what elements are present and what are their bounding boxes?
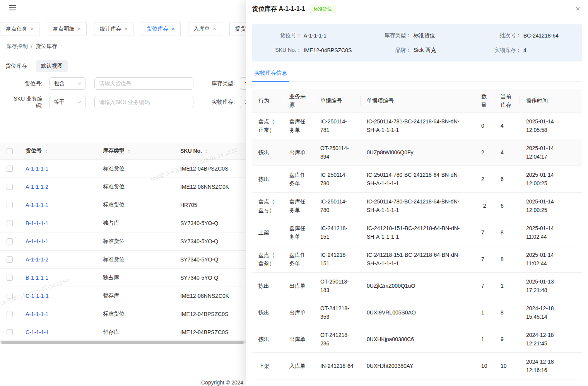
source-cell: 盘库任务单 [283,193,314,219]
doc-no-cell: OT-241218-353 [314,299,361,326]
close-icon[interactable]: ✕ [574,4,582,14]
source-cell: 出库单 [283,139,314,166]
sku-cell: IME12-04BPSZC0S [174,323,255,341]
table-row: 拣出 出库单 OT-241218-236 0UXHKjpa00380C6 1 9… [252,326,582,353]
location-link[interactable]: C-1-1-1-1 [26,293,49,299]
info-card: 货位号： A-1-1-1-1 库存类型： 标准货位 批次号： BC-241218… [252,24,582,61]
select-all-checkbox[interactable] [7,148,13,154]
filter-label-physical-stock: 实物库存: [208,99,235,106]
action-cell: 拣出 [252,273,283,299]
breadcrumb: 库存控制/货位库存 [6,43,57,50]
info-label: SKU No.： [252,47,302,54]
chevron-down-icon [77,82,81,85]
table-row: 上架 盘库任务单 IC-241218-151 IC-241218-151-BC-… [252,219,582,246]
sort-icon[interactable]: ▲▼ [205,149,208,154]
column-header-location[interactable]: 货位号▲▼ [19,143,97,159]
breadcrumb-parent[interactable]: 库存控制 [6,43,28,49]
menu-fold-icon[interactable] [9,5,16,10]
qty-cell: -2 [475,193,494,219]
location-link[interactable]: A-1-1-1-1 [26,311,48,317]
document-tab[interactable]: 统计库存 ✕ [94,22,133,36]
doc-no-cell: OT-250114-394 [314,139,361,166]
stock-cell: 10 [494,353,520,379]
row-checkbox[interactable] [7,256,13,263]
copyright-text: Copyright © 2024 [201,379,243,386]
sku-cell: IME12-08NNSZC0K [174,287,255,305]
location-link[interactable]: A-1-1-1-1 [26,238,48,244]
action-cell: 拣出 [252,299,283,326]
document-tab[interactable]: 入库单 ✕ [188,22,222,36]
item-no-cell: IC-250114-781-BC-241218-64-BN-dN-SH-A-1-… [361,113,475,139]
tab-close-icon[interactable]: ✕ [171,27,174,31]
breadcrumb-current: 货位库存 [36,43,57,49]
sort-icon[interactable]: ▲▼ [128,149,130,154]
action-cell: 拣出 [252,166,283,193]
time-cell: 2024-12-18 12:16:16 [520,353,582,379]
location-link[interactable]: A-1-1-1-2 [26,184,48,190]
location-link[interactable]: A-1-1-1-1 [26,202,48,208]
tab-close-icon[interactable]: ✕ [31,27,34,31]
row-checkbox[interactable] [7,311,13,317]
tab-physical-inventory-info[interactable]: 实物库存信息 [252,65,289,82]
column-header-time: 操作时间 [520,89,582,113]
column-header-action: 行为 [252,89,283,113]
row-checkbox[interactable] [7,238,13,244]
tab-close-icon[interactable]: ✕ [213,27,216,31]
sku-cell: SY7340-5YO-Q [174,268,255,287]
item-no-cell: 0UZjk2mZ000Q1uO [361,273,475,299]
document-tab[interactable]: 盘点任务 ✕ [0,22,39,36]
document-tab[interactable]: 盘点明细 ✕ [47,22,86,36]
doc-no-cell: OT-241218-236 [314,326,361,353]
action-cell: 拣出 [252,326,283,353]
doc-no-cell: IN-241218-64 [314,353,361,379]
stock-cell: 8 [494,219,520,246]
tab-close-icon[interactable]: ✕ [125,27,128,31]
row-checkbox[interactable] [7,202,13,208]
filter-row-1: 货位号: 包含 库存类型: 包含 [0,77,277,90]
table-row: 盘点（正常） 盘库任务单 IC-250114-781 IC-250114-781… [252,113,582,139]
row-checkbox[interactable] [7,220,13,226]
column-header-sku[interactable]: SKU No.▲▼ [174,143,255,159]
row-checkbox[interactable] [7,184,13,190]
column-header-inventory-type[interactable]: 库存类型▲▼ [97,143,174,159]
column-header-source: 业务来源 [283,89,314,113]
item-no-cell: 0UZp8tWI006Q0Fy [361,139,475,166]
location-link[interactable]: B-1-1-1-1 [26,275,48,281]
view-tab-location-inventory[interactable]: 货位库存 [5,60,27,72]
location-link[interactable]: B-1-1-1-1 [26,220,48,226]
default-view-chip[interactable]: 默认视图 [36,60,68,72]
info-field: 实物库存： 4 [472,43,582,58]
sort-icon[interactable]: ▲▼ [45,149,48,154]
operator-select-location[interactable]: 包含 [49,77,86,90]
doc-no-cell: IC-250114-780 [314,166,361,193]
row-checkbox[interactable] [7,166,13,172]
table-row: 盘点（盘盈） 盘库任务单 IC-241218-151 IC-241218-151… [252,246,582,273]
location-link[interactable]: C-1-1-1-1 [26,329,49,335]
row-checkbox[interactable] [7,275,13,281]
scrollbar-thumb[interactable] [1,341,244,344]
time-cell: 2024-12-18 12:21:45 [520,326,582,353]
time-cell: 2025-01-14 12:04:17 [520,139,582,166]
location-input[interactable] [94,77,193,90]
time-cell: 2025-01-14 12:00:25 [520,193,582,219]
location-link[interactable]: A-1-1-1-2 [26,256,48,263]
source-cell: 盘库任务单 [283,246,314,273]
sku-code-input[interactable] [94,96,193,108]
inventory-log-table: 行为 业务来源 单据编号 单据项编号 数量 当前库存 操作时间 盘点（正常） 盘… [252,89,582,379]
info-value: IME12-04BPSZC0S [302,47,352,53]
document-tab[interactable]: 货位库存 ✕ [141,22,180,36]
time-cell: 2025-01-13 17:21:48 [520,273,582,299]
location-link[interactable]: A-1-1-1-1 [26,166,48,172]
row-checkbox[interactable] [7,329,13,335]
row-checkbox[interactable] [7,293,13,299]
item-no-cell: 0UXI9VRL005S0AO [361,299,475,326]
doc-no-cell: OT-250113-183 [314,273,361,299]
action-cell: 上架 [252,353,283,379]
app: 盘点任务 ✕ 盘点明细 ✕ 统计库存 ✕ 货位库存 ✕ 入库单 ✕ 提货单 ✕ … [0,0,588,386]
tab-close-icon[interactable]: ✕ [77,27,80,31]
table-header-row: 行为 业务来源 单据编号 单据项编号 数量 当前库存 操作时间 [252,89,582,113]
sku-cell: HR705 [174,196,255,214]
operator-select-sku[interactable]: 等于 [49,96,86,108]
sku-cell: IME12-04BPSZC0S [174,159,255,178]
info-value: Sick 西克 [412,47,436,54]
